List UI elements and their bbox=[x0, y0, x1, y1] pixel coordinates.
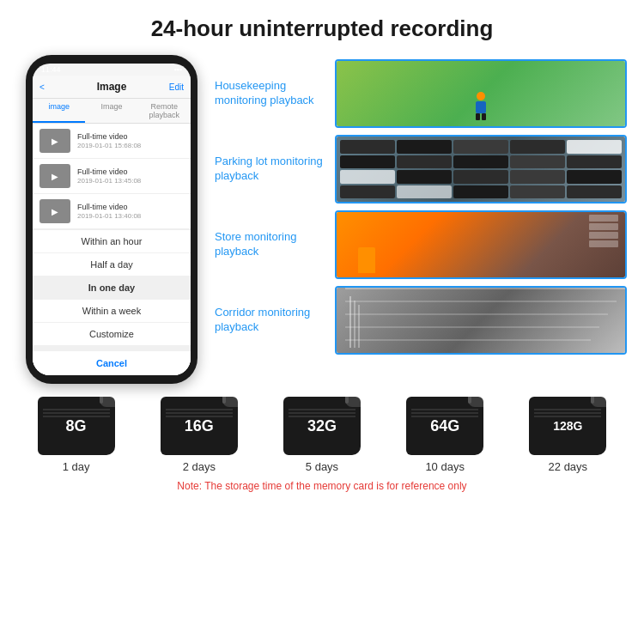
car bbox=[340, 155, 395, 169]
video-info-1: Full-time video 2019-01-01 15:68:08 bbox=[77, 132, 184, 149]
tab-image2[interactable]: Image bbox=[85, 99, 137, 123]
sd-notch bbox=[222, 397, 226, 404]
car bbox=[340, 170, 395, 184]
figure-head bbox=[477, 92, 485, 100]
sd-card-64g: 64G bbox=[406, 397, 483, 455]
storage-cards: 8G 1 day 16G 2 days 32G 5 days 64G 10 da… bbox=[17, 397, 627, 473]
dropdown-item-2[interactable]: Half a day bbox=[33, 253, 191, 276]
shelf bbox=[589, 240, 618, 247]
sd-notch bbox=[468, 397, 471, 404]
parking-cars bbox=[337, 137, 625, 202]
monitor-image-parking bbox=[335, 135, 627, 204]
video-title-3: Full-time video bbox=[77, 203, 184, 211]
monitor-text-parking: Parking lot monitoring playback bbox=[215, 155, 326, 184]
stair-step bbox=[345, 313, 608, 315]
video-thumb-3 bbox=[39, 199, 70, 223]
video-item-3[interactable]: Full-time video 2019-01-01 13:40:08 bbox=[33, 194, 191, 229]
monitor-row-housekeeping: Housekeeping monitoring playback bbox=[215, 59, 627, 128]
figure-legs bbox=[476, 113, 486, 120]
sd-size-32g: 32G bbox=[307, 417, 337, 435]
phone-screen: 11:44 ▪▪▪ < Image Edit image Image Remot… bbox=[33, 64, 191, 375]
sd-size-8g: 8G bbox=[66, 417, 87, 435]
app-title: Image bbox=[65, 81, 158, 93]
store-scene bbox=[337, 212, 625, 277]
storage-section: 8G 1 day 16G 2 days 32G 5 days 64G 10 da… bbox=[0, 384, 644, 499]
edit-button[interactable]: Edit bbox=[158, 82, 184, 92]
monitor-image-housekeeping bbox=[335, 59, 627, 128]
sd-size-64g: 64G bbox=[430, 417, 459, 435]
store-person bbox=[358, 247, 375, 273]
video-item-1[interactable]: Full-time video 2019-01-01 15:68:08 bbox=[33, 124, 191, 159]
video-title-1: Full-time video bbox=[77, 132, 184, 141]
car bbox=[397, 185, 452, 199]
car bbox=[397, 170, 452, 184]
figure-leg-right bbox=[482, 113, 486, 120]
car bbox=[453, 185, 508, 199]
dropdown-item-4[interactable]: Within a week bbox=[33, 300, 191, 323]
monitor-label-housekeeping: Housekeeping monitoring playback bbox=[215, 79, 326, 108]
storage-card-64g: 64G 10 days bbox=[406, 397, 483, 473]
video-info-2: Full-time video 2019-01-01 13:45:08 bbox=[77, 167, 184, 185]
car bbox=[453, 155, 508, 169]
dropdown-item-5[interactable]: Customize bbox=[33, 323, 191, 346]
app-bar: < Image Edit bbox=[33, 76, 191, 99]
monitoring-section: Housekeeping monitoring playback bbox=[215, 55, 627, 384]
storage-card-8g: 8G 1 day bbox=[38, 397, 115, 473]
sd-size-128g: 128G bbox=[553, 419, 582, 433]
car bbox=[510, 140, 565, 154]
back-button[interactable]: < bbox=[39, 82, 65, 92]
phone-screen-inner: 11:44 ▪▪▪ < Image Edit image Image Remot… bbox=[33, 64, 191, 375]
parking-img-bg bbox=[337, 137, 625, 202]
corridor-img-bg bbox=[337, 288, 625, 353]
tab-image[interactable]: image bbox=[33, 99, 85, 123]
car bbox=[567, 170, 622, 184]
sd-card-128g: 128G bbox=[529, 397, 606, 455]
monitor-row-corridor: Corridor monitoring playback bbox=[215, 286, 627, 355]
storage-days-128g: 22 days bbox=[549, 460, 588, 473]
monitor-row-store: Store monitoring playback bbox=[215, 210, 627, 279]
monitor-label-parking: Parking lot monitoring playback bbox=[215, 155, 326, 184]
car bbox=[567, 185, 622, 199]
page-header: 24-hour uninterrupted recording bbox=[0, 0, 644, 51]
figure-leg-left bbox=[476, 113, 480, 120]
car bbox=[510, 170, 565, 184]
car bbox=[453, 140, 508, 154]
stair-step bbox=[345, 326, 599, 328]
phone-mockup: 11:44 ▪▪▪ < Image Edit image Image Remot… bbox=[26, 55, 197, 384]
monitor-text-corridor: Corridor monitoring playback bbox=[215, 306, 326, 335]
monitor-label-store: Store monitoring playback bbox=[215, 230, 326, 259]
car bbox=[340, 140, 395, 154]
main-content: 11:44 ▪▪▪ < Image Edit image Image Remot… bbox=[0, 55, 644, 384]
car bbox=[340, 185, 395, 199]
storage-card-16g: 16G 2 days bbox=[161, 397, 238, 473]
storage-days-32g: 5 days bbox=[306, 460, 338, 473]
storage-days-8g: 1 day bbox=[63, 460, 90, 473]
tab-remote-playback[interactable]: Remote playback bbox=[138, 99, 191, 123]
sd-size-16g: 16G bbox=[185, 417, 214, 435]
shelf bbox=[589, 232, 618, 239]
monitor-row-parking: Parking lot monitoring playback bbox=[215, 135, 627, 204]
video-date-1: 2019-01-01 15:68:08 bbox=[77, 142, 184, 149]
sd-card-16g: 16G bbox=[161, 397, 238, 455]
monitor-text-store: Store monitoring playback bbox=[215, 230, 326, 259]
sd-card-8g: 8G bbox=[38, 397, 115, 455]
monitor-label-corridor: Corridor monitoring playback bbox=[215, 306, 326, 335]
phone-container: 11:44 ▪▪▪ < Image Edit image Image Remot… bbox=[17, 55, 206, 384]
video-item-2[interactable]: Full-time video 2019-01-01 13:45:08 bbox=[33, 159, 191, 194]
car bbox=[453, 170, 508, 184]
cancel-button[interactable]: Cancel bbox=[33, 346, 191, 375]
storage-note: Note: The storage time of the memory car… bbox=[17, 480, 627, 492]
housekeeping-img-bg bbox=[337, 61, 625, 126]
dropdown-overlay: Within an hour Half a day In one day Wit… bbox=[33, 229, 191, 375]
phone-time: 11:44 bbox=[41, 65, 61, 74]
monitor-text-housekeeping: Housekeeping monitoring playback bbox=[215, 79, 326, 108]
monitor-image-store bbox=[335, 210, 627, 279]
stair-step bbox=[345, 301, 617, 302]
dropdown-item-1[interactable]: Within an hour bbox=[33, 230, 191, 253]
video-thumb-2 bbox=[39, 164, 70, 188]
dropdown-item-3[interactable]: In one day bbox=[33, 276, 191, 300]
sd-notch bbox=[345, 397, 349, 404]
status-icons: ▪▪▪ bbox=[173, 65, 182, 74]
sd-notch bbox=[100, 397, 103, 404]
shelf bbox=[589, 223, 618, 230]
